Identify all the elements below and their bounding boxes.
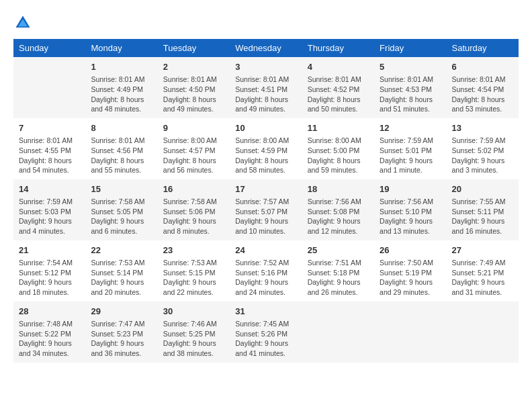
day-info: Sunrise: 8:00 AM [235,136,296,146]
header-row: SundayMondayTuesdayWednesdayThursdayFrid… [13,39,519,57]
day-number: 30 [163,306,224,318]
day-number: 10 [235,122,296,134]
calendar-cell: 9Sunrise: 8:00 AMSunset: 4:57 PMDaylight… [158,118,230,179]
day-info: and 48 minutes. [91,104,152,114]
day-info: Sunset: 5:07 PM [235,207,296,217]
day-info: and 18 minutes. [19,287,80,298]
day-info: Daylight: 9 hours [19,216,80,226]
day-info: Daylight: 9 hours [163,277,224,287]
day-info: Sunrise: 7:59 AM [452,136,513,146]
week-row-4: 21Sunrise: 7:54 AMSunset: 5:12 PMDayligh… [13,240,519,302]
day-info: Daylight: 9 hours [91,277,152,287]
day-info: Daylight: 9 hours [163,216,224,226]
day-info: and 26 minutes. [308,287,369,298]
day-number: 14 [19,183,80,195]
day-info: Daylight: 9 hours [380,216,441,226]
day-info: Sunset: 4:56 PM [91,146,152,156]
day-info: Sunset: 5:23 PM [91,329,152,339]
calendar-cell: 5Sunrise: 8:01 AMSunset: 4:53 PMDaylight… [374,57,446,118]
calendar-cell: 16Sunrise: 7:58 AMSunset: 5:06 PMDayligh… [158,179,230,240]
calendar-cell: 17Sunrise: 7:57 AMSunset: 5:07 PMDayligh… [230,179,302,240]
day-info: and 29 minutes. [380,287,441,298]
day-number: 9 [163,122,224,134]
day-info: and 1 minute. [380,165,441,175]
calendar-cell: 2Sunrise: 8:01 AMSunset: 4:50 PMDaylight… [158,57,230,118]
day-number: 19 [380,183,441,195]
day-number: 5 [380,61,441,73]
day-number: 12 [380,122,441,134]
day-info: and 20 minutes. [91,287,152,298]
calendar-cell: 13Sunrise: 7:59 AMSunset: 5:02 PMDayligh… [447,118,519,179]
calendar-cell: 19Sunrise: 7:56 AMSunset: 5:10 PMDayligh… [374,179,446,240]
calendar-cell: 10Sunrise: 8:00 AMSunset: 4:59 PMDayligh… [230,118,302,179]
day-number: 23 [163,244,224,257]
day-info: Sunrise: 7:56 AM [380,197,441,207]
day-info: Daylight: 8 hours [235,156,296,166]
day-info: and 51 minutes. [380,104,441,114]
day-number: 26 [380,244,441,257]
day-number: 2 [163,61,224,73]
day-info: Daylight: 8 hours [380,95,441,105]
column-header-monday: Monday [85,39,157,57]
day-info: and 56 minutes. [163,165,224,175]
day-info: Sunrise: 8:01 AM [19,136,80,146]
day-info: and 49 minutes. [235,104,296,114]
day-info: Daylight: 9 hours [380,277,441,287]
calendar-header: SundayMondayTuesdayWednesdayThursdayFrid… [13,39,519,57]
day-info: Daylight: 9 hours [380,156,441,166]
calendar-cell [374,302,446,363]
calendar-cell [13,57,85,118]
day-info: and 22 minutes. [163,287,224,298]
day-info: Daylight: 9 hours [235,216,296,226]
calendar-cell: 12Sunrise: 7:59 AMSunset: 5:01 PMDayligh… [374,118,446,179]
day-info: and 49 minutes. [163,104,224,114]
day-info: Daylight: 8 hours [308,156,369,166]
day-info: Daylight: 9 hours [19,277,80,287]
day-info: and 4 minutes. [19,226,80,236]
day-info: Sunset: 4:51 PM [235,85,296,95]
day-info: Sunrise: 8:01 AM [452,75,513,85]
day-info: Sunset: 5:01 PM [380,146,441,156]
day-info: Sunrise: 7:59 AM [19,197,80,207]
day-info: Sunset: 5:22 PM [19,329,80,339]
logo [13,13,35,32]
day-info: Sunrise: 7:53 AM [163,258,224,268]
day-info: Daylight: 9 hours [235,277,296,287]
calendar-cell: 14Sunrise: 7:59 AMSunset: 5:03 PMDayligh… [13,179,85,240]
day-info: and 24 minutes. [235,287,296,298]
calendar-cell: 31Sunrise: 7:45 AMSunset: 5:26 PMDayligh… [230,302,302,363]
day-info: and 8 minutes. [163,226,224,236]
day-info: Sunrise: 8:00 AM [308,136,369,146]
day-info: and 41 minutes. [235,349,296,359]
day-info: Sunrise: 7:57 AM [235,197,296,207]
day-info: Daylight: 9 hours [91,216,152,226]
day-number: 24 [235,244,296,257]
day-info: Sunrise: 8:01 AM [91,136,152,146]
day-info: Daylight: 8 hours [308,95,369,105]
calendar-cell: 23Sunrise: 7:53 AMSunset: 5:15 PMDayligh… [158,240,230,302]
day-info: Sunrise: 7:46 AM [163,319,224,329]
day-info: Sunset: 5:02 PM [452,146,513,156]
calendar-cell: 3Sunrise: 8:01 AMSunset: 4:51 PMDaylight… [230,57,302,118]
calendar-cell: 1Sunrise: 8:01 AMSunset: 4:49 PMDaylight… [85,57,157,118]
calendar-cell: 30Sunrise: 7:46 AMSunset: 5:25 PMDayligh… [158,302,230,363]
day-info: Sunrise: 7:59 AM [380,136,441,146]
day-info: Daylight: 8 hours [235,95,296,105]
day-info: Sunrise: 8:01 AM [163,75,224,85]
day-info: Daylight: 9 hours [163,338,224,349]
day-number: 21 [19,244,80,257]
day-info: and 16 minutes. [452,226,513,236]
calendar-cell: 29Sunrise: 7:47 AMSunset: 5:23 PMDayligh… [85,302,157,363]
calendar-cell: 21Sunrise: 7:54 AMSunset: 5:12 PMDayligh… [13,240,85,302]
column-header-thursday: Thursday [302,39,374,57]
day-info: Sunrise: 7:50 AM [380,258,441,268]
day-info: Sunrise: 7:58 AM [91,197,152,207]
logo-icon [13,13,32,32]
day-info: and 58 minutes. [235,165,296,175]
day-info: Daylight: 9 hours [452,216,513,226]
day-info: Sunset: 5:08 PM [308,207,369,217]
calendar-cell: 15Sunrise: 7:58 AMSunset: 5:05 PMDayligh… [85,179,157,240]
day-info: Sunrise: 8:00 AM [163,136,224,146]
day-info: Sunrise: 7:51 AM [308,258,369,268]
day-info: Daylight: 9 hours [308,216,369,226]
